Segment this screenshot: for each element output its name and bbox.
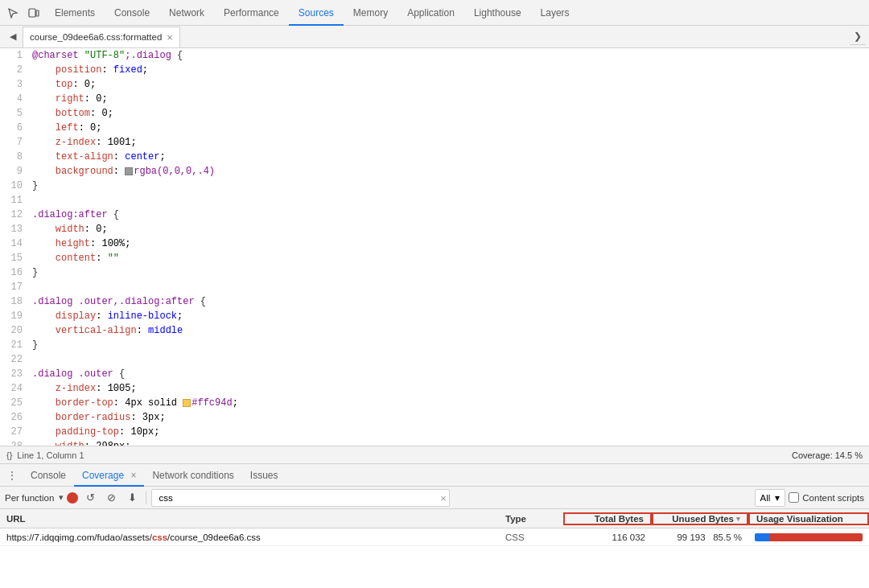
coverage-toolbar: Per function ▾ ↺ ⊘ ⬇ × All ▾ Content scr… [0, 487, 869, 509]
used-portion [755, 533, 770, 541]
tab-layers[interactable]: Layers [531, 0, 579, 26]
code-line-26: 26 border-radius: 3px; [0, 410, 869, 425]
th-viz[interactable]: Usage Visualization [748, 512, 869, 525]
th-total-bytes[interactable]: Total Bytes [563, 512, 652, 525]
content-scripts-checkbox[interactable] [789, 492, 799, 503]
code-line-3: 3 top: 0; [0, 77, 869, 92]
filter-input-wrap: × [151, 489, 450, 507]
code-editor: 1 @charset "UTF-8";.dialog { 2 position:… [0, 48, 869, 446]
file-tab[interactable]: course_09dee6a6.css:formatted × [23, 27, 180, 47]
code-line-25: 25 border-top: 4px solid #ffc94d; [0, 396, 869, 410]
device-icon[interactable] [24, 3, 43, 23]
usage-bar [755, 533, 863, 541]
coverage-status: Coverage: 14.5 % [792, 450, 863, 460]
separator [146, 491, 146, 504]
tab-memory[interactable]: Memory [344, 0, 397, 26]
per-function-label: Per function [5, 493, 54, 503]
code-line-20: 20 vertical-align: middle [0, 323, 869, 338]
td-unused-bytes: 99 193 85.5 % [652, 532, 748, 542]
code-line-17: 17 [0, 280, 869, 294]
bottom-tab-network-conditions[interactable]: Network conditions [144, 464, 241, 487]
code-line-13: 13 width: 0; [0, 222, 869, 236]
code-line-22: 22 [0, 352, 869, 367]
td-type: CSS [499, 532, 563, 542]
code-line-23: 23 .dialog .outer { [0, 367, 869, 381]
code-line-4: 4 right: 0; [0, 92, 869, 106]
tab-performance[interactable]: Performance [214, 0, 289, 26]
chevron-down-icon: ▾ [59, 492, 64, 503]
type-dropdown-value: All [760, 493, 771, 503]
file-tab-label: course_09dee6a6.css:formatted [30, 32, 162, 42]
code-line-1: 1 @charset "UTF-8";.dialog { [0, 48, 869, 63]
per-function-dropdown[interactable]: ▾ [59, 492, 64, 503]
bottom-tab-console[interactable]: Console [23, 464, 74, 487]
cursor-position: Line 1, Column 1 [17, 450, 84, 460]
tab-sources[interactable]: Sources [289, 0, 344, 26]
code-line-2: 2 position: fixed; [0, 63, 869, 77]
type-dropdown[interactable]: All ▾ [755, 489, 786, 507]
table-row[interactable]: https://7.idqqimg.com/fudao/assets/css/c… [0, 528, 869, 546]
download-icon[interactable]: ⬇ [123, 489, 141, 507]
top-tab-bar: Elements Console Network Performance Sou… [0, 0, 869, 26]
code-line-10: 10 } [0, 179, 869, 193]
type-dropdown-arrow: ▾ [775, 492, 780, 504]
back-arrow-icon[interactable]: ◀ [3, 27, 23, 47]
cursor-icon[interactable] [3, 3, 23, 23]
bottom-panel-menu-icon[interactable]: ⋮ [5, 468, 19, 483]
coverage-tab-close[interactable]: × [130, 470, 136, 481]
th-url[interactable]: URL [0, 514, 499, 524]
td-url: https://7.idqqimg.com/fudao/assets/css/c… [0, 532, 499, 542]
bottom-tab-issues[interactable]: Issues [242, 464, 286, 487]
bottom-tab-coverage[interactable]: Coverage × [74, 464, 144, 487]
content-scripts-label: Content scripts [789, 492, 864, 503]
td-total-bytes: 116 032 [563, 532, 652, 542]
code-line-8: 8 text-align: center; [0, 150, 869, 164]
tab-application[interactable]: Application [397, 0, 464, 26]
svg-rect-1 [36, 10, 39, 16]
th-unused-bytes[interactable]: Unused Bytes ▾ [652, 512, 748, 525]
code-line-19: 19 display: inline-block; [0, 309, 869, 323]
code-line-7: 7 z-index: 1001; [0, 135, 869, 150]
status-bar: {} Line 1, Column 1 Coverage: 14.5 % [0, 446, 869, 463]
record-button[interactable] [67, 492, 78, 504]
code-content[interactable]: 1 @charset "UTF-8";.dialog { 2 position:… [0, 48, 869, 446]
code-line-12: 12 .dialog:after { [0, 208, 869, 222]
unused-portion [770, 533, 863, 541]
code-line-14: 14 height: 100%; [0, 236, 869, 251]
file-tab-bar: ◀ course_09dee6a6.css:formatted × ❯ [0, 26, 869, 48]
code-line-16: 16 } [0, 265, 869, 280]
code-line-9: 9 background: rgba(0,0,0,.4) [0, 164, 869, 179]
code-line-11: 11 [0, 193, 869, 208]
filter-clear-icon[interactable]: × [440, 491, 447, 504]
nav-arrow-icon[interactable]: ❯ [850, 29, 866, 45]
filter-input[interactable] [151, 489, 450, 507]
code-line-21: 21 } [0, 338, 869, 352]
reload-icon[interactable]: ↺ [81, 489, 99, 507]
clear-icon[interactable]: ⊘ [102, 489, 120, 507]
table-header: URL Type Total Bytes Unused Bytes ▾ Usag… [0, 509, 869, 528]
bottom-panel: ⋮ Console Coverage × Network conditions … [0, 463, 869, 588]
brace-icon: {} [6, 450, 12, 460]
bottom-tab-bar: ⋮ Console Coverage × Network conditions … [0, 464, 869, 487]
tab-network[interactable]: Network [159, 0, 214, 26]
code-line-18: 18 .dialog .outer,.dialog:after { [0, 294, 869, 309]
tab-elements[interactable]: Elements [45, 0, 105, 26]
td-viz [748, 533, 869, 541]
file-tab-close[interactable]: × [167, 32, 173, 43]
th-type[interactable]: Type [499, 514, 563, 524]
code-line-28: 28 width: 298px; [0, 439, 869, 446]
svg-rect-0 [29, 9, 35, 17]
sort-arrow-icon: ▾ [736, 515, 740, 523]
code-line-5: 5 bottom: 0; [0, 106, 869, 121]
code-line-6: 6 left: 0; [0, 121, 869, 135]
code-line-24: 24 z-index: 1005; [0, 381, 869, 396]
code-line-27: 27 padding-top: 10px; [0, 425, 869, 439]
code-line-15: 15 content: "" [0, 251, 869, 265]
tab-lighthouse[interactable]: Lighthouse [464, 0, 531, 26]
coverage-table: URL Type Total Bytes Unused Bytes ▾ Usag… [0, 509, 869, 588]
tab-console[interactable]: Console [105, 0, 159, 26]
